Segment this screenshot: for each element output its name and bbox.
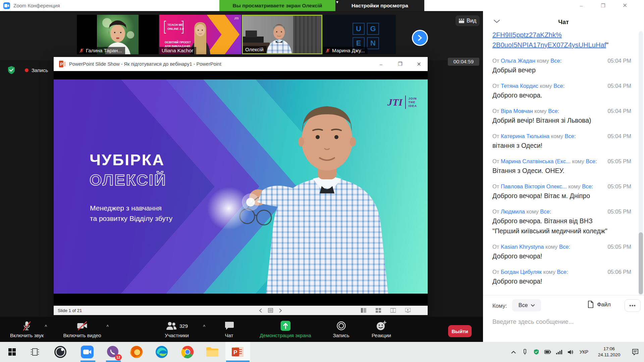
ppt-window-title: PowerPoint Slide Show - Як підготуватися… [69, 61, 221, 67]
meeting-content-area: Галина Таран... TEACH ME [0, 11, 483, 317]
chat-message: От Марина Слатвінська (Екс... кому Все:0… [492, 157, 631, 176]
slideshow-view-button[interactable] [405, 308, 411, 313]
volume-icon[interactable] [565, 350, 576, 355]
action-center-icon[interactable] [627, 349, 644, 355]
video-tile-uliana[interactable]: TEACH ME ONLINE 2.0 ОСВІТНІЙ ПРОЕКТ ДЛЯ … [159, 15, 241, 54]
slide-menu-button[interactable] [268, 308, 273, 313]
network-icon[interactable] [553, 350, 565, 354]
toolbar-caret-expand[interactable]: ˄ [106, 323, 109, 328]
screen-share-banner: Вы просматриваете экран Олексій [219, 0, 335, 11]
toolbar-caret-expand[interactable]: ˄ [45, 323, 47, 328]
participant-name-tag: Марина Джу... [323, 47, 368, 54]
video-tile-galyna[interactable]: Галина Таран... [77, 15, 159, 54]
chat-scrollbar-thumb[interactable] [639, 232, 643, 294]
powerpoint-icon: P [59, 61, 66, 67]
ppt-view-buttons [361, 306, 411, 315]
toolbar-share-screen[interactable]: Демонстрация экрана [260, 317, 311, 342]
view-settings-button[interactable]: Настройки просмотра▼ [335, 0, 424, 11]
toolbar-mic-muted[interactable]: Включить звук [10, 317, 44, 342]
ppt-close-button[interactable]: ✕ [411, 57, 427, 71]
chat-message-input[interactable] [492, 316, 633, 327]
previous-slide-button[interactable] [259, 308, 262, 313]
security-shield-icon [7, 66, 15, 74]
message-timestamp: 05:05 PM [607, 243, 631, 251]
video-tile-maryna[interactable]: U G E N Марина Джу... [323, 15, 396, 54]
file-icon [588, 301, 594, 308]
chevron-down-icon [531, 304, 535, 307]
mic-muted-icon [22, 321, 31, 331]
attach-file-button[interactable]: Файл [588, 301, 611, 308]
next-participants-button[interactable] [412, 30, 428, 46]
teach-me-text: TEACH ME [167, 23, 184, 27]
pen-tray-icon[interactable] [519, 349, 531, 355]
viber-running-indicator [106, 361, 121, 362]
zoom-taskbar-icon[interactable] [80, 345, 94, 359]
chat-message: От Віра Мовчан кому Все:05:04 PMДобрий в… [492, 107, 631, 125]
toolbar-record[interactable]: Запись [333, 317, 349, 342]
zoom-meeting-window: Zoom Конференция Вы просматриваете экран… [0, 0, 644, 362]
view-layout-button[interactable]: Вид [455, 15, 480, 26]
tray-expand-icon[interactable] [508, 351, 519, 354]
mic-muted-icon [79, 48, 84, 53]
slide-sorter-view-button[interactable] [376, 308, 381, 313]
message-timestamp: 05:05 PM [607, 182, 631, 191]
chat-more-button[interactable]: ••• [625, 299, 641, 312]
powerpoint-running-indicator [226, 361, 250, 362]
chat-message: От Kasian Khrystyna кому Все:05:05 PMДоб… [492, 243, 631, 261]
message-text: вітання з Одеси! [492, 140, 631, 150]
normal-view-button[interactable] [361, 308, 366, 313]
mic-muted-icon [325, 48, 330, 53]
minimize-button[interactable]: – [574, 0, 589, 11]
recording-label: Запись [32, 67, 48, 73]
system-tray: УКР 17:06 24.11.2020 [508, 342, 644, 362]
reading-view-button[interactable] [390, 308, 396, 313]
file-explorer-icon[interactable] [205, 345, 219, 359]
recording-dot [25, 68, 29, 72]
start-button[interactable] [5, 345, 19, 359]
chat-title: Чат [483, 19, 644, 26]
message-timestamp: 05:04 PM [607, 132, 631, 140]
ppt-maximize-button[interactable]: ❐ [392, 57, 408, 71]
ppt-titlebar[interactable]: P PowerPoint Slide Show - Як підготувати… [54, 57, 428, 71]
maximize-button[interactable]: ❐ [595, 0, 611, 11]
chat-message-list[interactable]: 2FH9II5pptz27aKZhk%2B0uoI5NPIA17nyEX07Z4… [492, 30, 631, 286]
edge-icon[interactable] [155, 345, 169, 359]
ppt-minimize-button[interactable]: – [373, 57, 389, 71]
battery-icon[interactable] [542, 350, 553, 354]
message-text: Доброго вечора! [492, 251, 631, 261]
message-timestamp: 05:05 PM [607, 157, 631, 166]
chat-message: От Павлова Вікторія Олекс... кому Все:05… [492, 182, 631, 201]
toolbar-camera-muted[interactable]: Включить видео [63, 317, 101, 342]
taskbar-clock[interactable]: 17:06 24.11.2020 [592, 346, 627, 358]
jti-mini-logo: JTI [234, 17, 238, 20]
next-slide-button[interactable] [279, 308, 282, 313]
message-text: Добрий вечір! Вітання зі Львова) [492, 115, 631, 125]
taskbar-time: 17:06 [592, 346, 627, 352]
language-indicator[interactable]: УКР [576, 349, 592, 355]
powerpoint-window: P PowerPoint Slide Show - Як підготувати… [54, 57, 428, 315]
recipient-select[interactable]: Все [512, 299, 541, 311]
chat-link-message[interactable]: 2FH9II5pptz27aKZhk%2B0uoI5NPIA17nyEX07Z4… [492, 30, 631, 50]
task-view-button[interactable] [28, 345, 42, 359]
toolbar-chat-bubble[interactable]: Чат [224, 317, 234, 342]
recipient-label: Кому: [492, 303, 507, 309]
viber-icon[interactable]: 12 [106, 345, 120, 359]
video-tile-oleksii[interactable]: Олексій [242, 15, 322, 54]
close-button[interactable]: ✕ [617, 0, 633, 11]
message-text: Вітання з Одеси. ОНЕУ. [492, 166, 631, 176]
meeting-indicators: Запись [0, 66, 48, 74]
toolbar-reactions[interactable]: Реакции [372, 317, 391, 342]
leave-meeting-button[interactable]: Выйти [448, 325, 472, 337]
obs-icon[interactable] [53, 345, 67, 359]
firefox-icon[interactable] [129, 345, 144, 359]
toolbar-caret-expand[interactable]: ˄ [203, 323, 206, 328]
toolbar-participants[interactable]: 329Участники [165, 317, 189, 342]
chrome-icon[interactable] [180, 345, 195, 359]
project-text-1: ОСВІТНІЙ ПРОЕКТ [165, 40, 191, 44]
powerpoint-taskbar-icon[interactable]: P [231, 345, 245, 359]
zoom-running-indicator [80, 361, 95, 362]
slide-firstname: ОЛЕКСІЙ [90, 171, 167, 189]
zoom-app-icon [3, 2, 10, 9]
antivirus-shield-icon[interactable] [531, 349, 542, 355]
slide-number-label: Slide 1 of 21 [58, 308, 82, 313]
